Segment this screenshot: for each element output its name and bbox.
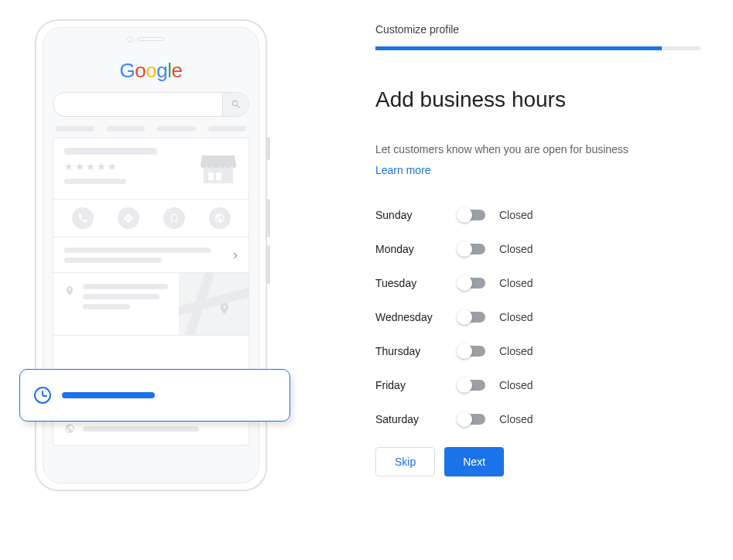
- step-label: Customize profile: [375, 23, 700, 36]
- hours-toggle[interactable]: [459, 312, 485, 323]
- hours-toggle[interactable]: [459, 210, 485, 220]
- hours-row: Saturday Closed: [375, 413, 700, 425]
- status-text: Closed: [499, 413, 533, 425]
- status-text: Closed: [499, 243, 533, 255]
- form-panel: Customize profile Add business hours Let…: [321, 19, 700, 541]
- hours-row: Friday Closed: [375, 379, 700, 391]
- svg-rect-2: [216, 172, 221, 180]
- hours-toggle[interactable]: [459, 346, 485, 357]
- status-text: Closed: [499, 277, 533, 289]
- illustration-panel: Google ★★★★★: [27, 19, 321, 541]
- hours-toggle[interactable]: [459, 380, 485, 391]
- phone-side-button: [267, 137, 270, 160]
- page-heading: Add business hours: [375, 87, 700, 112]
- status-text: Closed: [499, 345, 533, 357]
- phone-camera: [127, 36, 133, 43]
- learn-more-link[interactable]: Learn more: [375, 164, 431, 176]
- hours-list: Sunday Closed Monday Closed Tuesday Clos…: [375, 209, 700, 425]
- clock-icon: [34, 387, 51, 404]
- map-thumbnail: [179, 273, 248, 335]
- google-logo: Google: [53, 59, 249, 83]
- day-label: Sunday: [375, 209, 459, 221]
- hours-row: Thursday Closed: [375, 345, 700, 357]
- search-bar-mockup: [53, 92, 249, 117]
- phone-side-button: [267, 245, 270, 284]
- hours-row: Tuesday Closed: [375, 277, 700, 289]
- day-label: Wednesday: [375, 311, 459, 323]
- hours-toggle[interactable]: [459, 278, 485, 289]
- tabs-mockup: [56, 126, 246, 131]
- day-label: Tuesday: [375, 277, 459, 289]
- storefront-icon: [199, 148, 238, 190]
- status-text: Closed: [499, 209, 533, 221]
- next-button[interactable]: Next: [444, 447, 504, 476]
- directions-icon: [118, 207, 139, 229]
- hours-row: Monday Closed: [375, 243, 700, 255]
- globe-icon: [209, 207, 231, 229]
- status-text: Closed: [499, 311, 533, 323]
- hours-row: Wednesday Closed: [375, 311, 700, 323]
- svg-rect-1: [208, 172, 214, 180]
- status-text: Closed: [499, 379, 533, 391]
- search-icon: [222, 93, 248, 116]
- phone-speaker: [138, 37, 164, 41]
- location-pin-icon: [64, 284, 75, 298]
- progress-bar: [375, 46, 700, 50]
- day-label: Friday: [375, 379, 459, 391]
- globe-icon: [64, 423, 75, 434]
- bookmark-icon: [163, 207, 185, 229]
- skip-button[interactable]: Skip: [375, 447, 435, 476]
- day-label: Monday: [375, 243, 459, 255]
- day-label: Saturday: [375, 413, 459, 425]
- description-text: Let customers know when you are open for…: [375, 143, 700, 155]
- hours-toggle[interactable]: [459, 414, 485, 425]
- phone-side-button: [267, 199, 270, 237]
- day-label: Thursday: [375, 345, 459, 357]
- hours-row: Sunday Closed: [375, 209, 700, 221]
- hours-highlight-card: [19, 369, 290, 422]
- phone-icon: [72, 207, 94, 229]
- chevron-right-icon: ›: [233, 247, 238, 263]
- hours-toggle[interactable]: [459, 244, 485, 254]
